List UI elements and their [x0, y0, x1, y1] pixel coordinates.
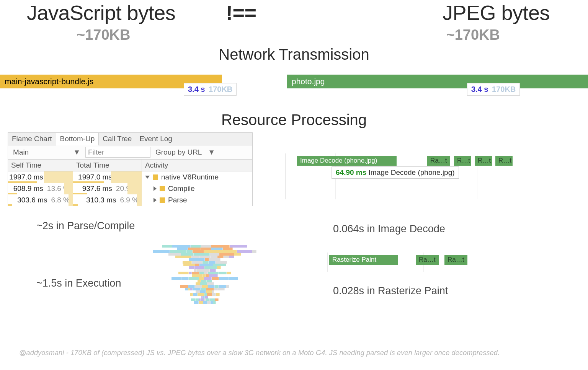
raster-bar-main: Rasterize Paint [329, 255, 398, 265]
heading-neq: !== [226, 1, 256, 24]
tab-flame-chart[interactable]: Flame Chart [8, 133, 56, 145]
network-tip-jpeg: 3.4 s 170KB [467, 83, 520, 96]
activity-label: Parse [168, 196, 187, 204]
decode-tooltip: 64.90 ms Image Decode (phone.jpg) [332, 166, 459, 179]
decode-tooltip-ms: 64.90 ms [336, 168, 366, 176]
summary-jpeg-raster: 0.028s in Rasterize Paint [333, 285, 448, 297]
self-ms: 608.9 ms [13, 184, 43, 193]
groupby-select-label: Group by URL [155, 148, 202, 156]
thread-select[interactable]: Main ▼ [10, 147, 83, 158]
network-tip-js: 3.4 s 170KB [184, 83, 237, 96]
raster-bar-small: Ra…t [444, 255, 467, 265]
devtools-header-row: Self Time Total Time Activity [8, 160, 252, 171]
table-row[interactable]: 608.9 ms 13.6 % 937.6 ms 20.9 % Compile [8, 183, 252, 194]
activity-label: native V8Runtime [161, 173, 219, 181]
size-jpeg: ~170KB [446, 27, 500, 43]
network-bar-jpeg: photo.jpg [287, 75, 588, 88]
script-color-swatch [160, 197, 165, 203]
thread-select-label: Main [13, 148, 29, 156]
size-js: ~170KB [77, 27, 130, 43]
col-total-time[interactable]: Total Time [73, 160, 142, 171]
rasterize-timeline: Rasterize Paint Ra…t Ra…t [327, 253, 573, 272]
network-tip-js-size: 170KB [209, 85, 232, 93]
decode-bar-raster: Ra…t [427, 156, 450, 166]
network-tip-jpeg-time: 3.4 s [471, 85, 488, 93]
activity-label: Compile [168, 184, 195, 193]
expand-icon[interactable] [145, 176, 150, 179]
groupby-select[interactable]: Group by URL ▼ [153, 147, 218, 158]
filter-input[interactable]: Filter [85, 147, 150, 158]
table-row[interactable]: 303.6 ms 6.8 % 310.3 ms 6.9 % Parse [8, 194, 252, 206]
script-color-swatch [160, 186, 165, 191]
self-pct: 6.8 % [51, 196, 70, 204]
summary-js-parse: ~2s in Parse/Compile [36, 220, 135, 232]
col-self-time[interactable]: Self Time [8, 160, 73, 171]
devtools-tabs: Flame Chart Bottom-Up Call Tree Event Lo… [8, 133, 252, 145]
self-ms: 303.6 ms [17, 196, 47, 204]
expand-icon[interactable] [154, 186, 157, 191]
heading-jpeg: JPEG bytes [443, 1, 550, 24]
tab-bottom-up[interactable]: Bottom-Up [56, 133, 99, 145]
devtools-panel: Flame Chart Bottom-Up Call Tree Event Lo… [8, 132, 253, 206]
raster-bar-small: Ra…t [416, 255, 439, 265]
decode-bar-raster: R…t [454, 156, 471, 166]
script-color-swatch [153, 174, 158, 180]
total-ms: 1997.0 ms [78, 173, 112, 181]
chevron-down-icon: ▼ [73, 148, 80, 156]
chevron-down-icon: ▼ [208, 148, 215, 156]
table-row[interactable]: 1997.0 ms 44.6 % 1997.0 ms 44.6 % native… [8, 171, 252, 183]
total-ms: 937.6 ms [82, 184, 112, 193]
decode-bar-raster: R…t [495, 156, 513, 166]
decode-bar-raster: R…t [475, 156, 492, 166]
summary-jpeg-decode: 0.064s in Image Decode [333, 223, 445, 235]
self-ms: 1997.0 ms [9, 173, 43, 181]
network-tip-js-time: 3.4 s [188, 85, 205, 93]
decode-bar-main: Image Decode (phone.jpg) [297, 156, 397, 166]
image-decode-timeline: Image Decode (phone.jpg) Ra…t R…t R…t R…… [285, 153, 588, 199]
heading-js: JavaScript bytes [27, 1, 175, 24]
network-area: main-javascript-bundle.js photo.jpg 3.4 … [0, 75, 588, 105]
section-resource-title: Resource Processing [0, 111, 588, 129]
network-tip-jpeg-size: 170KB [492, 85, 516, 93]
total-pct: 6.9 % [120, 196, 139, 204]
footnote-credit: @addyosmani - 170KB of (compressed) JS v… [19, 349, 580, 357]
summary-js-execution: ~1.5s in Execution [36, 277, 121, 289]
flamegraph-thumbnail [153, 245, 256, 310]
total-ms: 310.3 ms [86, 196, 116, 204]
tab-call-tree[interactable]: Call Tree [99, 133, 136, 145]
expand-icon[interactable] [154, 198, 157, 202]
decode-tooltip-label: Image Decode (phone.jpg) [369, 168, 455, 176]
tab-event-log[interactable]: Event Log [136, 133, 176, 145]
col-activity[interactable]: Activity [142, 160, 252, 171]
